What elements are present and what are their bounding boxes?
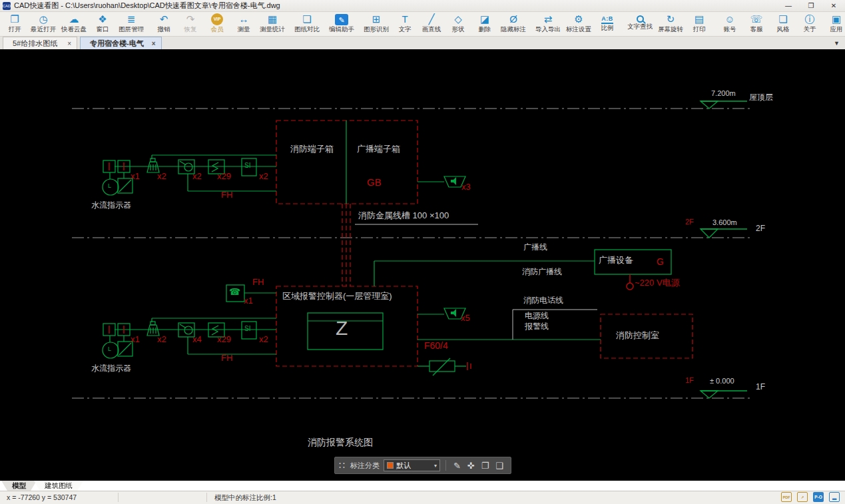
mini-window-icon[interactable]: ▂ [829,492,840,502]
elev-2f-name: 2F [756,224,765,233]
paste-annotation-icon[interactable]: ❑ [495,461,503,471]
screen-rotate-button-label: 屏幕旋转 [658,25,683,33]
cad-diagram [0,49,845,481]
text-button[interactable]: T文字 [392,13,418,36]
minimize-button[interactable]: — [777,0,800,12]
account-button-label: 账号 [724,25,736,33]
annotation-category-dropdown[interactable]: 默认 ▾ [384,459,440,471]
sheet-tab-建筑图纸[interactable]: 建筑图纸 [34,481,83,491]
maximize-button[interactable]: ❐ [800,0,822,12]
shape-recognition-button[interactable]: ⊞图形识别 [361,13,392,36]
about-button[interactable]: ⓘ关于 [796,13,823,36]
open-button[interactable]: ❐打开 [1,13,28,36]
device-l-lower: L [108,346,111,353]
vip-member-button[interactable]: VIP会员 [204,13,230,36]
phone-icon: ☎ [229,287,240,297]
account-button[interactable]: ☺账号 [716,13,743,36]
annotation-category-label: 标注分类 [350,461,380,471]
category-selected-value: 默认 [396,461,434,471]
import-export-button[interactable]: ⇄导入导出 [533,13,563,36]
move-annotation-icon[interactable]: ✜ [467,461,475,471]
scale-button[interactable]: A:B比例 [594,13,621,36]
export-image-icon[interactable]: ↗ [797,492,808,502]
doc-tab-5#给排水图纸[interactable]: 5#给排水图纸× [3,37,77,49]
apps-button-label: 应用 [830,25,843,33]
support-button[interactable]: ☏客服 [743,13,770,36]
print-button[interactable]: ▤打印 [686,13,712,36]
draw-line-button[interactable]: ╱画直线 [418,13,445,36]
count-x1-upper: x1 [131,172,140,181]
edit-assistant-button[interactable]: ✎编辑助手 [326,13,357,36]
scale-button-label: 比例 [601,24,614,32]
title-bar: CAD CAD快速看图 - C:\Users\ruohan\Desktop\CA… [0,0,845,12]
doc-tab-label: 专用宿舍楼-电气 [90,39,144,49]
tab-close-icon[interactable]: × [59,40,71,47]
tab-close-icon[interactable]: × [144,40,156,47]
measure-stats-button[interactable]: ▦测量统计 [257,13,288,36]
clock-icon: ◷ [39,13,47,25]
sheet-tab-模型[interactable]: 模型 [1,481,37,491]
doc-tab-专用宿舍楼-电气[interactable]: 专用宿舍楼-电气× [80,37,162,49]
edit-annotation-icon[interactable]: ✎ [453,461,461,471]
category-color-swatch [387,462,394,469]
annotation-settings-button[interactable]: ⚙标注设置 [563,13,594,36]
stats-icon: ▦ [268,13,277,25]
printer-icon: ▤ [695,13,704,25]
label-fire-telephone-line: 消防电话线 [523,296,563,305]
import-export-icon: ⇄ [544,13,553,25]
layer-manager-button[interactable]: ≣图层管理 [116,13,146,36]
screen-rotate-button[interactable]: ↻屏幕旋转 [655,13,686,36]
style-button[interactable]: ❏风格 [770,13,796,36]
cursor-coordinates: x = -77260 y = 530747 [7,493,77,501]
recent-open-button-label: 最近打开 [31,25,56,33]
count-x2a-lower: x2 [157,335,166,344]
close-button[interactable]: ✕ [822,0,845,12]
app-logo-icon: CAD [3,2,11,10]
count-x5: x5 [461,314,470,323]
delete-button[interactable]: ◪删除 [471,13,498,36]
label-broadcast-terminal-box: 广播端子箱 [357,144,400,154]
redo-button[interactable]: ↷恢复 [177,13,204,36]
elev-roof-value: 7.200m [711,89,736,97]
drawing-canvas[interactable]: 7.200m屋顶层消防端子箱广播端子箱GBx3x1x2x2x29x2FH水流指示… [0,49,845,481]
undo-button[interactable]: ↶撤销 [150,13,177,36]
tab-overflow-icon[interactable]: ▼ [834,40,840,47]
label-fire-terminal-box: 消防端子箱 [290,144,334,154]
device-si-lower: SI [244,325,250,332]
count-x2b-upper: x2 [192,172,202,181]
recognition-icon: ⊞ [372,13,381,25]
doc-tab-label: 5#给排水图纸 [13,39,57,49]
label-broadcast-line: 广播线 [523,243,547,252]
status-bar: x = -77260 y = 530747 模型中的标注比例:1 PDF↗P-O… [0,491,845,504]
eraser-icon: ◪ [480,13,489,25]
label-power-line: 电源线 [525,312,549,320]
count-x3: x3 [461,182,471,192]
shapes-button-label: 形状 [452,25,465,33]
grid-icon[interactable]: ∷ [339,460,345,471]
measure-button[interactable]: ↔测量 [230,13,257,36]
window-button[interactable]: ❖窗口 [89,13,116,36]
import-export-button-label: 导入导出 [535,25,561,33]
count-x2c-upper: x2 [259,172,268,181]
elev-2f-value: 3.600m [712,218,737,226]
label-fire-broadcast-line: 消防广播线 [522,268,562,276]
recent-open-button[interactable]: ◷最近打开 [28,13,59,36]
apps-button[interactable]: ▣应用 [823,13,845,36]
copy-annotation-icon[interactable]: ❐ [481,461,489,471]
export-pdf-icon[interactable]: PDF [781,492,792,502]
device-l-upper: L [108,183,111,190]
label-water-indicator-lower: 水流指示器 [91,364,131,373]
drawing-compare-button[interactable]: ❏图纸对比 [292,13,322,36]
label-zone-controller: 区域报警控制器(一层管理室) [282,292,392,301]
shapes-button[interactable]: ◇形状 [445,13,471,36]
text-search-button[interactable]: 文字查找 [625,13,655,36]
hide-annotations-button[interactable]: Ø隐藏标注 [498,13,529,36]
po-mode-icon[interactable]: P-O [813,492,824,502]
annotation-settings-button-label: 标注设置 [566,25,591,33]
label-fire-control-room: 消防控制室 [616,331,659,340]
layer-manager-button-label: 图层管理 [119,25,144,33]
chevron-down-icon: ▾ [434,463,437,469]
open-folder-icon: ❐ [10,13,19,25]
label-fh-upper: FH [221,190,232,200]
cloud-drive-button[interactable]: ☁快看云盘 [59,13,89,36]
